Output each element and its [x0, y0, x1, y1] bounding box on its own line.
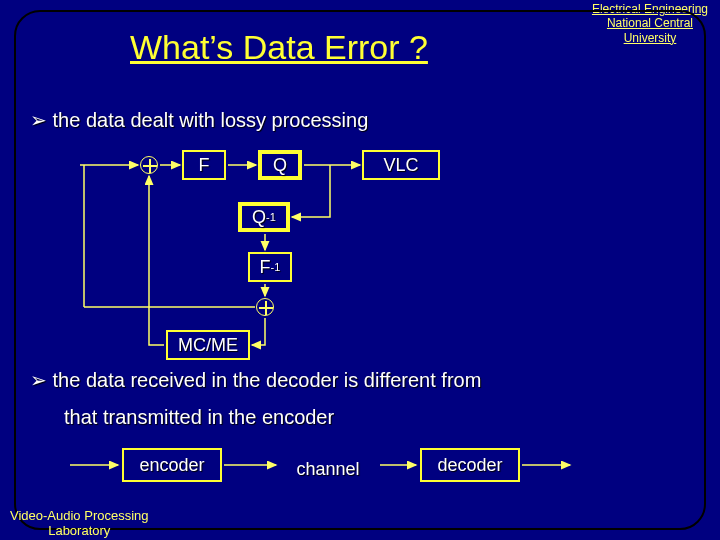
bullet-2-cont: that transmitted in the encoder	[64, 406, 334, 429]
block-VLC: VLC	[362, 150, 440, 180]
label-channel: channel	[278, 452, 378, 486]
slide-title: What’s Data Error ?	[130, 28, 428, 67]
adder-symbol	[140, 156, 158, 174]
block-Q: Q	[258, 150, 302, 180]
block-Q-inverse: Q-1	[238, 202, 290, 232]
f-inv-sup: -1	[271, 261, 281, 273]
q-inv-base: Q	[252, 207, 266, 228]
block-MCME: MC/ME	[166, 330, 250, 360]
bullet-1: ➢ the data dealt with lossy processing	[30, 108, 368, 132]
q-inv-sup: -1	[266, 211, 276, 223]
block-F: F	[182, 150, 226, 180]
bullet-glyph: ➢	[30, 109, 47, 131]
bullet-2: ➢ the data received in the decoder is di…	[30, 368, 481, 392]
box-encoder: encoder	[122, 448, 222, 482]
footer-lab: Video-Audio Processing Laboratory	[10, 509, 149, 538]
footer-line1: Video-Audio Processing	[10, 508, 149, 523]
block-F-inverse: F-1	[248, 252, 292, 282]
bullet-2-text: the data received in the decoder is diff…	[53, 369, 482, 391]
bullet-glyph-2: ➢	[30, 369, 47, 391]
box-decoder: decoder	[420, 448, 520, 482]
bullet-1-text: the data dealt with lossy processing	[53, 109, 369, 131]
f-inv-base: F	[260, 257, 271, 278]
encoder-block-diagram: F Q VLC Q-1 F-1 MC/ME	[40, 140, 500, 360]
footer-line2: Laboratory	[48, 523, 110, 538]
adder-symbol-feedback	[256, 298, 274, 316]
encoder-channel-decoder-row: encoder channel decoder	[60, 440, 580, 500]
